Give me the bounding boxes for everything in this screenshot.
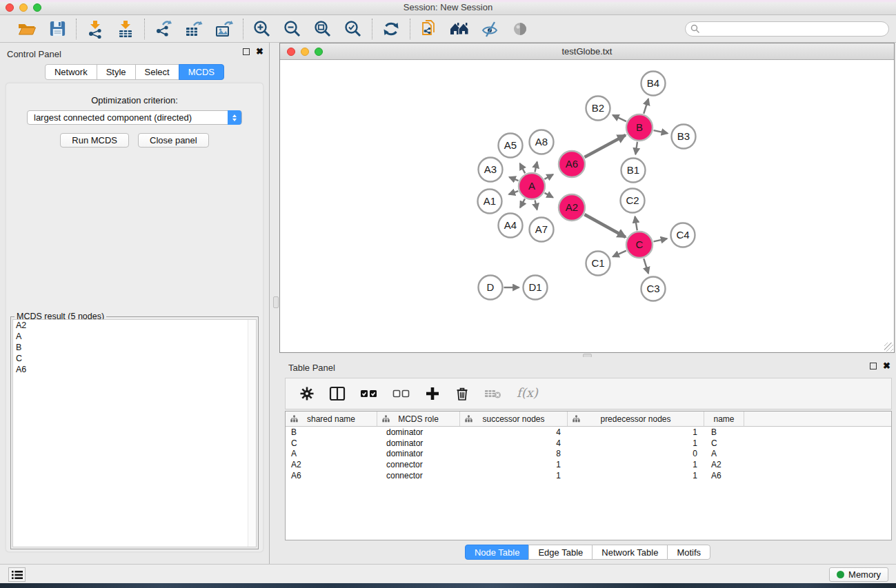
edge-A-A5[interactable] [520,163,526,173]
result-item[interactable]: A6 [13,364,256,375]
result-item[interactable]: C [13,353,256,364]
import-table-button[interactable] [115,19,136,39]
edge-C-C3[interactable] [644,258,648,274]
refresh-layout-button[interactable] [381,19,401,39]
zoom-out-button[interactable] [282,19,303,39]
tab-select[interactable]: Select [135,64,179,80]
node-A6[interactable]: A6 [559,151,585,177]
tab-style[interactable]: Style [97,64,136,80]
edge-A6-B[interactable] [584,135,625,157]
cell[interactable]: dominator [377,427,460,437]
float-table-panel-icon[interactable] [870,363,877,369]
select-all-columns-button[interactable] [360,386,378,401]
tab-network-table[interactable]: Network Table [592,545,668,560]
node-B[interactable]: B [626,114,653,141]
hide-selected-button[interactable] [479,19,500,39]
edge-A-A6[interactable] [544,174,552,179]
table-row[interactable]: A6connector11A6 [286,470,891,481]
cell[interactable]: A6 [704,471,744,480]
table-row[interactable]: Bdominator41B [286,427,891,438]
result-item[interactable]: B [13,342,256,353]
run-mcds-button[interactable]: Run MCDS [60,133,129,148]
cell[interactable]: A [286,449,377,458]
table-row[interactable]: Cdominator41C [286,438,891,449]
edge-B-B2[interactable] [613,115,626,121]
node-C3[interactable]: C3 [641,277,666,301]
table-row[interactable]: A2connector11A2 [286,459,891,470]
import-network-button[interactable] [85,19,106,39]
node-A7[interactable]: A7 [530,218,554,242]
cell[interactable]: A2 [286,460,377,469]
cell[interactable]: 4 [460,438,568,448]
edge-C-C2[interactable] [635,216,637,230]
tab-mcds[interactable]: MCDS [179,64,224,80]
edge-C-C1[interactable] [613,251,626,257]
edge-C-C4[interactable] [653,239,667,241]
node-A5[interactable]: A5 [499,134,523,158]
cell[interactable]: C [704,438,744,448]
mcds-result-list[interactable]: A2ABCA6 [12,319,257,547]
table-split-view-button[interactable] [329,386,346,401]
node-C4[interactable]: C4 [671,223,695,247]
deselect-all-columns-button[interactable] [392,386,410,401]
export-image-button[interactable] [214,19,235,39]
cell[interactable]: 1 [460,471,568,480]
node-C2[interactable]: C2 [621,189,645,213]
edge-B-B1[interactable] [635,142,637,154]
edge-A-A8[interactable] [535,162,537,172]
cell[interactable]: A6 [286,471,377,480]
window-resize-grip[interactable] [884,343,893,352]
node-A1[interactable]: A1 [478,190,502,214]
delete-column-button[interactable] [455,386,470,401]
result-item[interactable]: A [13,331,256,342]
zoom-fit-button[interactable] [312,19,333,39]
edge-A-A1[interactable] [509,191,518,194]
edge-A2-C[interactable] [584,214,625,237]
edge-B-B4[interactable] [644,99,648,114]
edge-A-A3[interactable] [509,177,518,181]
column-header-successor-nodes[interactable]: successor nodes [460,412,568,426]
show-all-button[interactable] [510,19,530,39]
table-settings-button[interactable] [299,386,315,401]
export-network-button[interactable] [153,19,174,39]
edge-B-B3[interactable] [654,130,668,133]
task-history-button[interactable] [8,567,26,582]
home-pages-button[interactable] [449,19,470,39]
edge-A-A2[interactable] [545,193,553,197]
node-C[interactable]: C [626,232,653,258]
node-B1[interactable]: B1 [621,159,646,183]
cell[interactable]: B [704,427,744,437]
zoom-selected-button[interactable] [343,19,364,39]
result-item[interactable]: A2 [13,320,256,331]
node-A8[interactable]: A8 [530,130,554,154]
cell[interactable]: A2 [704,460,744,469]
tab-edge-table[interactable]: Edge Table [528,545,593,560]
node-D[interactable]: D [479,276,503,300]
criterion-dropdown[interactable]: largest connected component (directed) [27,110,242,125]
zoom-in-button[interactable] [252,19,272,39]
delete-table-button[interactable] [484,386,502,401]
cell[interactable]: 4 [460,427,568,437]
function-builder-button[interactable]: f(x) [517,385,538,400]
node-B3[interactable]: B3 [672,125,696,149]
cell[interactable]: connector [377,471,460,480]
node-A2[interactable]: A2 [559,194,585,221]
cell[interactable]: C [286,438,377,448]
vertical-splitter-grip[interactable] [273,296,279,308]
node-B4[interactable]: B4 [641,72,666,96]
search-input[interactable] [685,21,889,37]
tab-network[interactable]: Network [45,64,97,80]
cell[interactable]: 1 [568,438,704,448]
cell[interactable]: dominator [377,449,460,458]
node-D1[interactable]: D1 [524,276,548,300]
cell[interactable]: 1 [460,460,568,469]
cell[interactable]: 8 [460,449,568,458]
tab-node-table[interactable]: Node Table [465,545,530,560]
memory-button[interactable]: Memory [829,567,888,582]
save-session-button[interactable] [47,19,68,39]
clone-network-button[interactable] [419,19,439,39]
cell[interactable]: 1 [568,471,704,480]
export-table-button[interactable] [183,19,204,39]
cell[interactable]: B [286,427,377,437]
column-header-predecessor-nodes[interactable]: predecessor nodes [568,412,704,426]
